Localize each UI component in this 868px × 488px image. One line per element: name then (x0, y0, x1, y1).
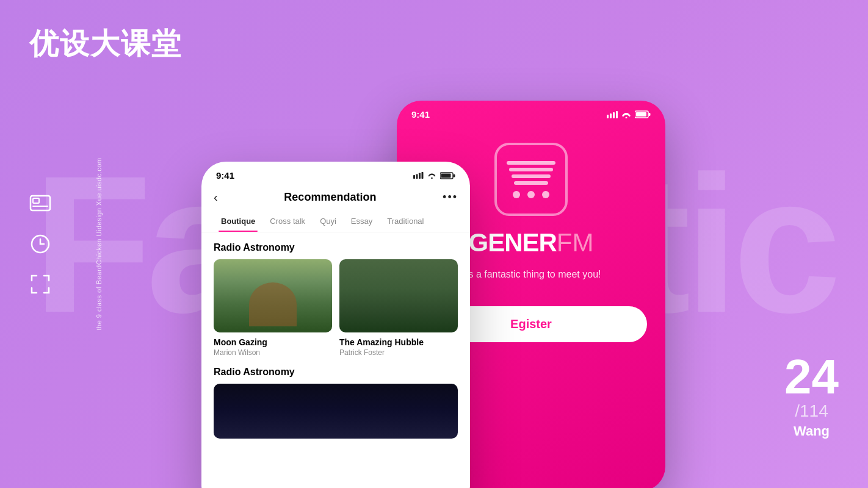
svg-rect-13 (416, 174, 418, 179)
total-number: /114 (784, 401, 839, 421)
tab-essay[interactable]: Essay (344, 212, 380, 232)
svg-rect-12 (413, 175, 415, 179)
author-name: Wang (784, 423, 839, 439)
more-button[interactable]: ••• (443, 191, 458, 204)
nav-title: Recommendation (284, 191, 376, 204)
svg-rect-15 (422, 172, 424, 179)
tab-traditional[interactable]: Traditional (380, 212, 431, 232)
tab-crosstalk[interactable]: Cross talk (262, 212, 313, 232)
page-counter: 24 /114 Wang (784, 353, 839, 439)
nav-bar: ‹ Recommendation ••• (201, 185, 470, 212)
pink-time: 9:41 (411, 109, 430, 120)
card-moon-gazing[interactable]: Moon Gazing Marion Wilson (214, 259, 332, 357)
tab-boutique[interactable]: Boutique (214, 212, 262, 232)
tabs-bar: Boutique Cross talk Quyi Essay Tradition… (201, 212, 470, 232)
svg-point-8 (626, 117, 627, 118)
svg-rect-18 (441, 173, 451, 178)
svg-rect-4 (607, 115, 609, 118)
current-number: 24 (784, 353, 839, 401)
card2-author: Patrick Foster (339, 348, 458, 357)
svg-rect-6 (613, 112, 615, 118)
card1-image (214, 259, 332, 332)
back-button[interactable]: ‹ (214, 190, 218, 204)
svg-rect-5 (610, 113, 612, 118)
svg-point-16 (431, 178, 433, 179)
vertical-text: the 9 class of BeardChicken Uidesign Xue… (95, 157, 103, 330)
bottom-card-image (214, 384, 458, 439)
left-sidebar (29, 193, 51, 295)
svg-rect-1 (33, 198, 39, 203)
section2-title: Radio Astronomy (201, 357, 470, 384)
svg-rect-10 (636, 112, 646, 117)
svg-rect-14 (419, 173, 421, 179)
cards-row: Moon Gazing Marion Wilson The Amazing Hu… (201, 259, 470, 357)
svg-rect-7 (616, 111, 618, 118)
brand-text: GENER (468, 228, 556, 257)
card1-title: Moon Gazing (214, 337, 332, 347)
app-logo: 优设大课堂 (29, 24, 182, 63)
status-icons (413, 172, 455, 179)
white-time: 9:41 (216, 170, 234, 181)
white-status-bar: 9:41 (201, 162, 470, 185)
card2-title: The Amazing Hubble (339, 337, 458, 347)
pink-status-bar: 9:41 (397, 101, 665, 124)
image-icon[interactable] (29, 193, 51, 215)
section1-title: Radio Astronomy (201, 232, 470, 259)
tab-quyi[interactable]: Quyi (313, 212, 344, 232)
white-phone: 9:41 ‹ Recommendation ••• Bouti (201, 162, 470, 488)
radio-icon (494, 143, 568, 216)
card2-image (339, 259, 458, 332)
card-amazing-hubble[interactable]: The Amazing Hubble Patrick Foster (339, 259, 458, 357)
scan-icon[interactable] (29, 273, 51, 295)
history-icon[interactable] (29, 233, 51, 255)
svg-rect-11 (649, 113, 651, 116)
card1-author: Marion Wilson (214, 348, 332, 357)
brand-fm: FM (557, 228, 594, 257)
svg-rect-19 (454, 174, 455, 177)
